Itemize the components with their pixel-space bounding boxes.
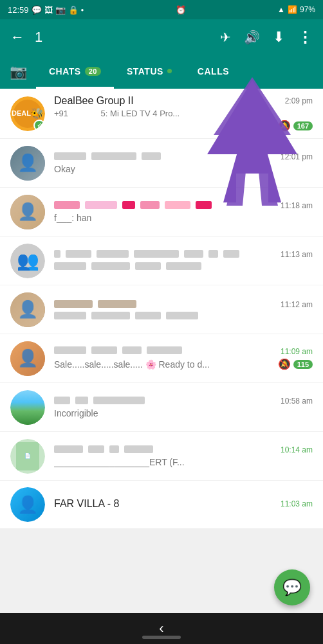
avatar: 👤: [10, 146, 45, 181]
system-back-button[interactable]: ‹: [159, 620, 163, 637]
chats-unread-badge: 20: [85, 67, 101, 76]
blur-name-part: [54, 250, 60, 258]
chat-name-blurred: [54, 397, 147, 404]
list-item[interactable]: 👤 11:12 am: [0, 285, 323, 334]
blur-name-part: [98, 300, 136, 308]
calls-tab[interactable]: CALLS: [185, 55, 242, 89]
bottom-navigation-bar: ‹: [0, 613, 323, 644]
blur-name-part: [165, 201, 190, 209]
blur-name-part: [91, 346, 117, 354]
blur-name-part: [85, 201, 117, 209]
blur-name-part: [66, 250, 91, 258]
chat-preview-text: Sale.....sale.....sale..... 🌸 Ready to d…: [54, 359, 278, 370]
list-item[interactable]: 10:58 am Incorrigible: [0, 383, 323, 432]
more-options-button[interactable]: ⋮: [297, 28, 313, 46]
blur-name-part: [91, 152, 136, 160]
blur-preview-part: [135, 262, 161, 270]
chat-name-blurred: [54, 250, 242, 258]
chat-preview-row: ___________________ERT (F...: [54, 457, 313, 467]
list-item[interactable]: 👤 12:01 pm Okay: [0, 139, 323, 188]
blur-name-part: [54, 300, 93, 308]
chat-content: 11:12 am: [54, 300, 313, 319]
chats-tab[interactable]: CHATS 20: [36, 55, 114, 89]
muted-icon: 🔕: [278, 120, 291, 132]
mute-button[interactable]: 🔊: [244, 30, 260, 45]
back-button[interactable]: ←: [10, 29, 24, 46]
blur-name-part: [196, 201, 212, 209]
list-item[interactable]: 📄 10:14 am ___________________ERT (F...: [0, 432, 323, 481]
unread-count-badge: 115: [293, 360, 313, 369]
blur-name-part: [134, 250, 179, 258]
chat-content: FAR VILLA - 8 11:03 am: [54, 498, 313, 512]
blur-name-part: [54, 152, 86, 160]
chat-preview-icons: 🔕 167: [278, 120, 313, 132]
unread-count-badge: 167: [293, 121, 313, 130]
chat-name-blurred: [54, 201, 214, 209]
archive-button[interactable]: ⬇: [273, 29, 284, 46]
status-bar-left: 12:59 💬 🖼 📷 🔒 ●: [8, 5, 84, 15]
chats-tab-label: CHATS: [49, 66, 81, 76]
blur-preview-part: [135, 312, 161, 319]
chat-content: 12:01 pm Okay: [54, 152, 313, 174]
status-bar: 12:59 💬 🖼 📷 🔒 ● ⏰ ▲ 📶 97%: [0, 0, 323, 19]
status-tab-label: STATUS: [127, 66, 163, 76]
blur-preview-part: [54, 312, 86, 319]
list-item[interactable]: 👤 FAR VILLA - 8 11:03 am: [0, 481, 323, 529]
chat-header: DealBee Group II 2:09 pm: [54, 95, 313, 107]
blur-name-part: [88, 445, 104, 453]
chat-preview-text: f___: han: [54, 213, 313, 223]
list-item[interactable]: DEAL🐝 ✓ DealBee Group II 2:09 pm +91 5: …: [0, 89, 323, 139]
chat-header: 11:18 am: [54, 201, 313, 211]
blur-preview-part: [166, 312, 198, 319]
list-item[interactable]: 👤 11:18 am f___: han: [0, 188, 323, 237]
airplane-mode-icon[interactable]: ✈: [220, 30, 231, 45]
chat-time: 2:09 pm: [285, 96, 313, 105]
message-icon: 💬: [32, 5, 42, 15]
chat-header: 10:58 am: [54, 397, 313, 406]
app-bar-actions: ✈ 🔊 ⬇ ⋮: [220, 28, 313, 46]
list-item[interactable]: 👤 11:09 am Sale.....sale.....sale..... 🌸…: [0, 334, 323, 383]
avatar: [10, 390, 45, 425]
avatar: 👤: [10, 292, 45, 327]
blur-name-part: [97, 250, 129, 258]
blur-preview-part: [54, 262, 86, 270]
battery-text: 97%: [300, 5, 315, 14]
blur-name-part: [109, 445, 119, 453]
blur-name-part: [54, 397, 70, 404]
chat-preview-row: [54, 312, 313, 319]
chat-time: 12:01 pm: [281, 152, 313, 161]
chat-header: 10:14 am: [54, 445, 313, 455]
blur-preview-part: [91, 262, 130, 270]
avatar: 👥: [10, 244, 45, 278]
photo-icon: 🖼: [44, 5, 53, 15]
chat-header: 11:12 am: [54, 300, 313, 310]
chat-preview-text: Incorrigible: [54, 408, 313, 418]
chat-preview-row: f___: han: [54, 213, 313, 223]
status-bar-right: ▲ 📶 97%: [277, 5, 315, 14]
blur-name-part: [54, 346, 86, 354]
blur-name-part: [122, 346, 142, 354]
status-tab[interactable]: STATUS: [114, 55, 185, 89]
avatar: 👤: [10, 195, 45, 229]
chat-preview-row: Sale.....sale.....sale..... 🌸 Ready to d…: [54, 358, 313, 370]
instagram-icon: 📷: [55, 5, 66, 15]
new-chat-fab-button[interactable]: 💬: [274, 569, 310, 605]
blur-name-part: [208, 250, 218, 258]
signal-icon: 📶: [288, 5, 297, 14]
chat-content: 10:14 am ___________________ERT (F...: [54, 445, 313, 467]
chat-preview-row: Okay: [54, 164, 313, 174]
blur-name-part: [140, 201, 160, 209]
app-bar: ← 1 ✈ 🔊 ⬇ ⋮: [0, 19, 323, 55]
camera-tab-button[interactable]: 📷: [0, 55, 36, 89]
list-item[interactable]: 👥 11:13 am: [0, 237, 323, 285]
home-indicator: [142, 636, 181, 639]
chat-time: 10:14 am: [281, 445, 313, 454]
chat-time: 11:03 am: [281, 499, 313, 508]
chat-content: 11:13 am nboa...: [54, 250, 313, 272]
chat-time: 11:18 am: [281, 201, 313, 210]
alarm-icon: ⏰: [176, 5, 186, 15]
chat-header: 11:13 am: [54, 250, 313, 260]
chat-header: FAR VILLA - 8 11:03 am: [54, 498, 313, 510]
blur-name-part: [122, 201, 135, 209]
chat-name-blurred: [54, 152, 163, 160]
